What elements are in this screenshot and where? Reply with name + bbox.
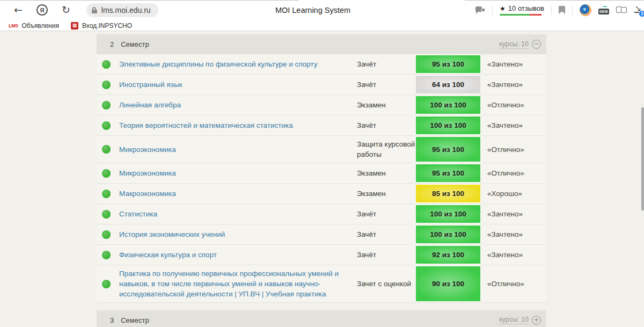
score-badge: 85 из 100 [416, 185, 480, 202]
score-badge: 100 из 100 [416, 226, 480, 243]
back-icon[interactable]: ← [14, 5, 23, 15]
status-dot-icon [102, 230, 111, 239]
status-dot-cell [102, 210, 119, 219]
course-link[interactable]: Практика по получению первичных професси… [119, 270, 339, 298]
score-badge: 64 из 100 [416, 76, 480, 93]
score-badge: 90 из 100 [416, 266, 480, 301]
address-bar[interactable]: lms.moi.edu.ru [86, 3, 158, 17]
score-badge: 100 из 100 [416, 205, 480, 223]
divider [492, 5, 493, 16]
course-cell: Макроэкономика [119, 185, 357, 202]
tab-groups-icon[interactable] [616, 6, 627, 14]
score-badge: 95 из 100 [416, 55, 480, 73]
bookmarks-bar: LMS Объявления ▦ Вход.INPSYCHO [0, 20, 644, 31]
course-link[interactable]: Иностранный язык [119, 81, 182, 89]
reviews-rating-bar [500, 14, 544, 16]
grade-text: «Зачтено» [480, 230, 546, 238]
status-dot-cell [102, 145, 119, 154]
course-link[interactable]: Микроэкономика [119, 169, 176, 177]
course-cell: Иностранный язык [119, 76, 357, 93]
semester-2-header[interactable]: 2 Семестр курсы: 10 − [97, 34, 546, 54]
table-row: Практика по получению первичных професси… [97, 265, 546, 303]
score-cell: 95 из 100 [416, 136, 480, 163]
semester-number: 2 [110, 40, 114, 48]
new-features-icon[interactable]: NEW [598, 6, 609, 14]
grade-text: «Хорошо» [480, 190, 546, 198]
semester-3-header[interactable]: 3 Семестр курсы: 10 + [97, 310, 546, 327]
inpsycho-favicon: ▦ [71, 22, 78, 30]
status-dot-icon [102, 121, 111, 130]
course-link[interactable]: Макроэкономика [119, 190, 176, 198]
score-cell: 64 из 100 [416, 75, 480, 95]
status-dot-cell [102, 101, 119, 110]
expand-icon[interactable]: + [532, 316, 541, 325]
course-link[interactable]: История экономических учений [119, 230, 225, 238]
browser-chrome: ← Я ↻ lms.moi.edu.ru MOI Learning System… [0, 0, 644, 31]
grade-text: «Отлично» [480, 169, 546, 177]
refresh-icon[interactable]: ↻ [62, 5, 70, 15]
score-cell: 92 из 100 [416, 245, 480, 265]
grade-text: «Зачтено» [480, 121, 546, 129]
assessment-type: Экзамен [357, 165, 416, 181]
status-dot-icon [102, 280, 111, 288]
score-badge: 100 из 100 [416, 96, 480, 114]
score-cell: 90 из 100 [416, 265, 480, 302]
course-cell: Элективные дисциплины по физической куль… [119, 56, 357, 72]
browser-extension-icon[interactable] [580, 4, 591, 16]
course-cell: Линейная алгебра [119, 97, 357, 113]
assessment-type: Зачет с оценкой [357, 275, 416, 292]
semester-number: 3 [110, 316, 114, 324]
course-cell: Практика по получению первичных професси… [119, 265, 357, 302]
courses-count-link[interactable]: курсы: 10 [499, 316, 529, 324]
feedback-chat-icon[interactable] [475, 6, 485, 14]
grades-panel: 2 Семестр курсы: 10 − Элективные дисципл… [97, 34, 546, 303]
course-cell: Микроэкономика [119, 141, 357, 158]
downloads-icon[interactable]: → 2 [634, 4, 644, 16]
courses-count-link[interactable]: курсы: 10 [499, 40, 529, 49]
grade-text: «Отлично» [480, 280, 546, 288]
assessment-type: Зачёт [357, 76, 416, 93]
status-dot-icon [102, 81, 111, 89]
table-row: МакроэкономикаЭкзамен85 из 100«Хорошо» [97, 184, 546, 204]
bookmark-icon[interactable] [559, 6, 565, 14]
vertical-scrollbar[interactable] [641, 107, 644, 210]
course-link[interactable]: Теория вероятностей и математическая ста… [119, 121, 293, 129]
divider [572, 5, 573, 16]
status-dot-cell [102, 230, 119, 239]
divider [551, 5, 552, 16]
score-cell: 100 из 100 [416, 224, 480, 244]
course-cell: Статистика [119, 206, 357, 222]
assessment-type: Экзамен [357, 185, 416, 202]
status-dot-cell [102, 121, 119, 130]
lms-favicon: LMS [9, 23, 18, 28]
status-dot-cell [102, 169, 119, 178]
course-link[interactable]: Микроэкономика [119, 146, 176, 154]
grade-text: «Зачтено» [480, 60, 546, 68]
course-link[interactable]: Статистика [119, 210, 157, 218]
status-dot-cell [102, 280, 119, 288]
assessment-type: Экзамен [357, 97, 416, 113]
table-row: Иностранный языкЗачёт64 из 100«Зачтено» [97, 75, 546, 95]
assessment-type: Зачёт [357, 56, 416, 72]
site-reviews-button[interactable]: ★ 10 отзывов [500, 4, 544, 16]
course-link[interactable]: Элективные дисциплины по физической куль… [119, 60, 317, 68]
table-row: История экономических ученийЗачёт100 из … [97, 224, 546, 245]
collapse-icon[interactable]: − [532, 40, 541, 49]
score-cell: 100 из 100 [416, 115, 480, 135]
score-cell: 95 из 100 [416, 54, 480, 74]
course-cell: Микроэкономика [119, 165, 357, 181]
score-cell: 100 из 100 [416, 204, 480, 224]
grade-text: «Отлично» [480, 101, 546, 109]
course-cell: Теория вероятностей и математическая ста… [119, 117, 357, 134]
course-link[interactable]: Линейная алгебра [119, 101, 181, 109]
yandex-home-icon[interactable]: Я [36, 4, 48, 16]
bookmark-item-announcements[interactable]: LMS Объявления [5, 22, 62, 30]
course-link[interactable]: Физическая культура и спорт [119, 251, 217, 259]
status-dot-cell [102, 81, 119, 89]
status-dot-cell [102, 251, 119, 259]
browser-toolbar: ← Я ↻ lms.moi.edu.ru MOI Learning System… [0, 0, 644, 20]
star-icon: ★ [500, 5, 506, 12]
assessment-type: Зачёт [357, 226, 416, 243]
status-dot-icon [102, 145, 111, 154]
bookmark-item-inpsycho[interactable]: ▦ Вход.INPSYCHO [68, 22, 135, 30]
